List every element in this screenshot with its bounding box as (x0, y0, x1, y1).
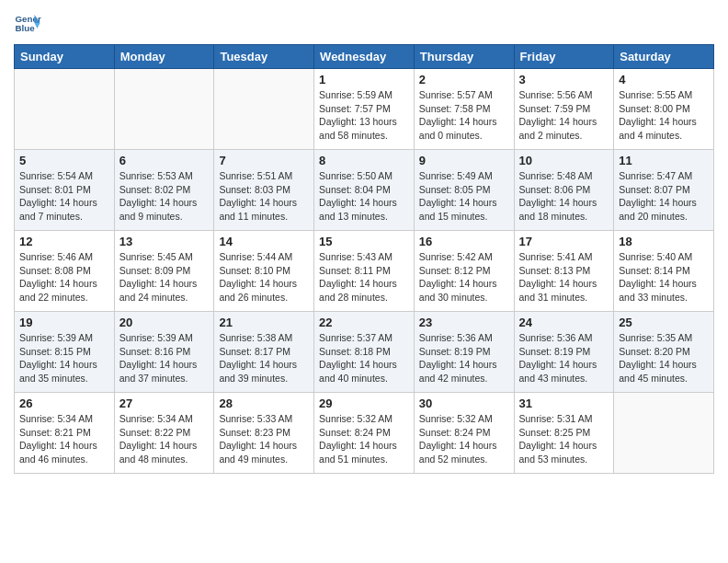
calendar-cell: 22Sunrise: 5:37 AM Sunset: 8:18 PM Dayli… (314, 312, 415, 393)
day-info: Sunrise: 5:32 AM Sunset: 8:24 PM Dayligh… (319, 412, 409, 466)
calendar-cell: 5Sunrise: 5:54 AM Sunset: 8:01 PM Daylig… (15, 150, 115, 231)
day-number: 27 (119, 396, 210, 410)
day-number: 1 (319, 73, 409, 86)
day-number: 18 (619, 235, 709, 248)
day-info: Sunrise: 5:46 AM Sunset: 8:08 PM Dayligh… (19, 250, 109, 304)
calendar-cell: 30Sunrise: 5:32 AM Sunset: 8:24 PM Dayli… (414, 393, 514, 474)
calendar-cell: 26Sunrise: 5:34 AM Sunset: 8:21 PM Dayli… (15, 393, 115, 474)
calendar-cell: 12Sunrise: 5:46 AM Sunset: 8:08 PM Dayli… (15, 231, 115, 312)
day-number: 14 (219, 235, 309, 248)
day-info: Sunrise: 5:43 AM Sunset: 8:11 PM Dayligh… (319, 250, 409, 304)
day-number: 7 (219, 154, 309, 167)
calendar-cell: 10Sunrise: 5:48 AM Sunset: 8:06 PM Dayli… (514, 150, 614, 231)
calendar-cell: 17Sunrise: 5:41 AM Sunset: 8:13 PM Dayli… (514, 231, 614, 312)
day-number: 20 (119, 316, 210, 329)
page: General Blue SundayMondayTuesdayWednesda… (0, 0, 728, 488)
day-info: Sunrise: 5:48 AM Sunset: 8:06 PM Dayligh… (519, 169, 609, 224)
calendar-cell: 28Sunrise: 5:33 AM Sunset: 8:23 PM Dayli… (214, 393, 314, 474)
day-number: 3 (519, 73, 609, 86)
day-info: Sunrise: 5:36 AM Sunset: 8:19 PM Dayligh… (519, 331, 609, 385)
day-info: Sunrise: 5:54 AM Sunset: 8:01 PM Dayligh… (19, 169, 109, 224)
day-info: Sunrise: 5:41 AM Sunset: 8:13 PM Dayligh… (519, 250, 609, 304)
calendar-cell (114, 69, 214, 150)
calendar-cell: 9Sunrise: 5:49 AM Sunset: 8:05 PM Daylig… (414, 150, 514, 231)
logo-icon: General Blue (14, 9, 41, 37)
day-number: 17 (519, 235, 609, 248)
day-info: Sunrise: 5:53 AM Sunset: 8:02 PM Dayligh… (119, 169, 210, 224)
calendar-table: SundayMondayTuesdayWednesdayThursdayFrid… (14, 44, 714, 474)
calendar-cell: 16Sunrise: 5:42 AM Sunset: 8:12 PM Dayli… (414, 231, 514, 312)
calendar-cell: 4Sunrise: 5:55 AM Sunset: 8:00 PM Daylig… (614, 69, 714, 150)
day-info: Sunrise: 5:42 AM Sunset: 8:12 PM Dayligh… (419, 250, 509, 304)
day-of-week-header: Sunday (15, 45, 115, 69)
day-number: 19 (19, 316, 109, 329)
day-info: Sunrise: 5:32 AM Sunset: 8:24 PM Dayligh… (419, 412, 509, 466)
day-of-week-header: Wednesday (314, 45, 415, 69)
calendar-cell: 20Sunrise: 5:39 AM Sunset: 8:16 PM Dayli… (114, 312, 214, 393)
calendar-cell: 13Sunrise: 5:45 AM Sunset: 8:09 PM Dayli… (114, 231, 214, 312)
day-info: Sunrise: 5:33 AM Sunset: 8:23 PM Dayligh… (219, 412, 309, 466)
calendar-cell: 8Sunrise: 5:50 AM Sunset: 8:04 PM Daylig… (314, 150, 415, 231)
day-number: 31 (519, 396, 609, 410)
calendar-cell (214, 69, 314, 150)
day-number: 16 (419, 235, 509, 248)
calendar-cell: 3Sunrise: 5:56 AM Sunset: 7:59 PM Daylig… (514, 69, 614, 150)
day-number: 28 (219, 396, 309, 410)
day-number: 6 (119, 154, 210, 167)
day-number: 5 (19, 154, 109, 167)
day-info: Sunrise: 5:57 AM Sunset: 7:58 PM Dayligh… (419, 88, 509, 143)
day-info: Sunrise: 5:38 AM Sunset: 8:17 PM Dayligh… (219, 331, 309, 385)
svg-marker-3 (35, 23, 40, 29)
day-info: Sunrise: 5:39 AM Sunset: 8:16 PM Dayligh… (119, 331, 210, 385)
day-info: Sunrise: 5:39 AM Sunset: 8:15 PM Dayligh… (19, 331, 109, 385)
calendar-cell: 14Sunrise: 5:44 AM Sunset: 8:10 PM Dayli… (214, 231, 314, 312)
day-number: 22 (319, 316, 409, 329)
day-number: 26 (19, 396, 109, 410)
day-info: Sunrise: 5:36 AM Sunset: 8:19 PM Dayligh… (419, 331, 509, 385)
day-number: 29 (319, 396, 409, 410)
calendar-cell: 21Sunrise: 5:38 AM Sunset: 8:17 PM Dayli… (214, 312, 314, 393)
calendar-cell: 18Sunrise: 5:40 AM Sunset: 8:14 PM Dayli… (614, 231, 714, 312)
calendar-cell: 29Sunrise: 5:32 AM Sunset: 8:24 PM Dayli… (314, 393, 415, 474)
day-info: Sunrise: 5:34 AM Sunset: 8:21 PM Dayligh… (19, 412, 109, 466)
day-info: Sunrise: 5:56 AM Sunset: 7:59 PM Dayligh… (519, 88, 609, 143)
day-number: 8 (319, 154, 409, 167)
day-info: Sunrise: 5:35 AM Sunset: 8:20 PM Dayligh… (619, 331, 709, 385)
calendar-cell: 11Sunrise: 5:47 AM Sunset: 8:07 PM Dayli… (614, 150, 714, 231)
day-info: Sunrise: 5:37 AM Sunset: 8:18 PM Dayligh… (319, 331, 409, 385)
calendar-cell: 27Sunrise: 5:34 AM Sunset: 8:22 PM Dayli… (114, 393, 214, 474)
calendar-cell: 1Sunrise: 5:59 AM Sunset: 7:57 PM Daylig… (314, 69, 415, 150)
day-of-week-header: Friday (514, 45, 614, 69)
day-number: 24 (519, 316, 609, 329)
day-info: Sunrise: 5:31 AM Sunset: 8:25 PM Dayligh… (519, 412, 609, 466)
calendar-cell: 23Sunrise: 5:36 AM Sunset: 8:19 PM Dayli… (414, 312, 514, 393)
day-info: Sunrise: 5:40 AM Sunset: 8:14 PM Dayligh… (619, 250, 709, 304)
calendar-cell: 7Sunrise: 5:51 AM Sunset: 8:03 PM Daylig… (214, 150, 314, 231)
day-number: 12 (19, 235, 109, 248)
header: General Blue (14, 9, 714, 37)
calendar-cell: 24Sunrise: 5:36 AM Sunset: 8:19 PM Dayli… (514, 312, 614, 393)
day-number: 4 (619, 73, 709, 86)
day-number: 11 (619, 154, 709, 167)
calendar-header-row: SundayMondayTuesdayWednesdayThursdayFrid… (15, 45, 714, 69)
calendar-cell: 15Sunrise: 5:43 AM Sunset: 8:11 PM Dayli… (314, 231, 415, 312)
calendar-cell: 31Sunrise: 5:31 AM Sunset: 8:25 PM Dayli… (514, 393, 614, 474)
day-info: Sunrise: 5:47 AM Sunset: 8:07 PM Dayligh… (619, 169, 709, 224)
day-of-week-header: Monday (114, 45, 214, 69)
day-info: Sunrise: 5:45 AM Sunset: 8:09 PM Dayligh… (119, 250, 210, 304)
day-number: 2 (419, 73, 509, 86)
day-number: 10 (519, 154, 609, 167)
day-of-week-header: Tuesday (214, 45, 314, 69)
day-info: Sunrise: 5:49 AM Sunset: 8:05 PM Dayligh… (419, 169, 509, 224)
day-number: 23 (419, 316, 509, 329)
day-of-week-header: Saturday (614, 45, 714, 69)
day-info: Sunrise: 5:34 AM Sunset: 8:22 PM Dayligh… (119, 412, 210, 466)
day-info: Sunrise: 5:59 AM Sunset: 7:57 PM Dayligh… (319, 88, 409, 143)
day-of-week-header: Thursday (414, 45, 514, 69)
calendar-cell: 6Sunrise: 5:53 AM Sunset: 8:02 PM Daylig… (114, 150, 214, 231)
calendar-cell: 2Sunrise: 5:57 AM Sunset: 7:58 PM Daylig… (414, 69, 514, 150)
svg-text:Blue: Blue (16, 23, 36, 33)
day-number: 15 (319, 235, 409, 248)
day-number: 13 (119, 235, 210, 248)
calendar-cell: 25Sunrise: 5:35 AM Sunset: 8:20 PM Dayli… (614, 312, 714, 393)
